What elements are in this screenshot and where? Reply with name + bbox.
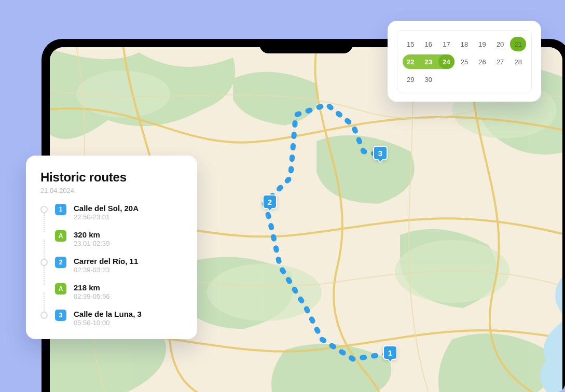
stop-number-badge: 3	[55, 310, 66, 321]
route-step-stop[interactable]: 3 Calle de la Luna, 3 05:56-10:00	[40, 310, 183, 327]
timeline-node-icon	[40, 259, 48, 266]
drive-time: 23.01-02:39	[74, 240, 109, 247]
historic-routes-panel: Historic routes 21.04.2024. 1 Calle del …	[26, 156, 197, 339]
calendar-day[interactable]: 27	[492, 54, 508, 69]
route-step-stop[interactable]: 2 Carrer del Río, 11 02:39-03:23	[40, 257, 183, 283]
drive-distance: 218 km	[74, 283, 109, 292]
svg-point-2	[207, 263, 322, 321]
timeline-line	[44, 292, 45, 312]
calendar-day[interactable]: 29	[403, 72, 419, 87]
calendar-day[interactable]: 20	[492, 37, 508, 51]
stop-time: 02:39-03:23	[74, 266, 138, 274]
timeline-line	[44, 240, 45, 259]
svg-point-1	[76, 71, 170, 118]
marker-caret-icon	[387, 359, 393, 362]
timeline-spacer	[40, 232, 48, 240]
calendar-day[interactable]: 25	[457, 54, 473, 69]
stop-time: 05:56-10:00	[74, 319, 142, 327]
map-marker-label: 2	[268, 198, 272, 206]
calendar-day-selected[interactable]: 22	[403, 54, 419, 69]
map-marker-label: 1	[388, 348, 392, 357]
timeline-line	[44, 266, 45, 285]
map-marker-2[interactable]: 2	[263, 194, 277, 209]
timeline-spacer	[40, 285, 48, 292]
stop-time: 22:50-23:01	[74, 213, 139, 221]
calendar-day[interactable]: 28	[510, 54, 526, 69]
stop-number-badge: 2	[55, 257, 66, 268]
calendar-grid-container: 15 16 17 18 19 20 21 22 23 24 25 26 27 2…	[397, 30, 532, 93]
route-step-drive[interactable]: A 218 km 02:39-05:56	[40, 283, 183, 310]
panel-title: Historic routes	[40, 170, 183, 185]
device-notch	[259, 39, 353, 53]
map-marker-3[interactable]: 3	[373, 146, 388, 160]
calendar-day-selected-start[interactable]: 21	[510, 37, 526, 51]
stop-address: Calle de la Luna, 3	[74, 310, 142, 318]
stop-address: Calle del Sol, 20A	[74, 204, 139, 213]
timeline-node-icon	[40, 206, 48, 213]
calendar-day-selected-end[interactable]: 24	[438, 54, 454, 69]
calendar-day-selected[interactable]: 23	[421, 54, 437, 69]
drive-time: 02:39-05:56	[74, 292, 109, 300]
timeline-line	[44, 213, 45, 232]
calendar-card: 15 16 17 18 19 20 21 22 23 24 25 26 27 2…	[388, 21, 541, 102]
marker-caret-icon	[267, 208, 273, 212]
calendar-day[interactable]: 17	[438, 37, 454, 51]
calendar-day[interactable]: 18	[457, 37, 473, 51]
calendar-day[interactable]: 15	[403, 37, 419, 51]
map-marker-label: 3	[378, 149, 382, 158]
calendar-day[interactable]: 26	[474, 54, 490, 69]
panel-date: 21.04.2024.	[40, 187, 183, 194]
drive-badge: A	[55, 283, 66, 295]
calendar-grid: 15 16 17 18 19 20 21 22 23 24 25 26 27 2…	[403, 37, 526, 87]
calendar-day[interactable]: 19	[474, 37, 490, 51]
timeline-node-icon	[40, 312, 48, 319]
marker-caret-icon	[377, 159, 383, 163]
drive-badge: A	[55, 230, 66, 242]
stop-address: Carrer del Río, 11	[74, 257, 138, 265]
calendar-day[interactable]: 16	[421, 37, 437, 51]
route-list: 1 Calle del Sol, 20A 22:50-23:01 A 320 k…	[40, 204, 183, 327]
stop-number-badge: 1	[55, 204, 66, 215]
calendar-day[interactable]: 30	[421, 72, 437, 87]
map-marker-1[interactable]: 1	[383, 345, 397, 360]
route-step-drive[interactable]: A 320 km 23.01-02:39	[40, 230, 183, 257]
drive-distance: 320 km	[74, 230, 109, 239]
route-step-stop[interactable]: 1 Calle del Sol, 20A 22:50-23:01	[40, 204, 183, 230]
